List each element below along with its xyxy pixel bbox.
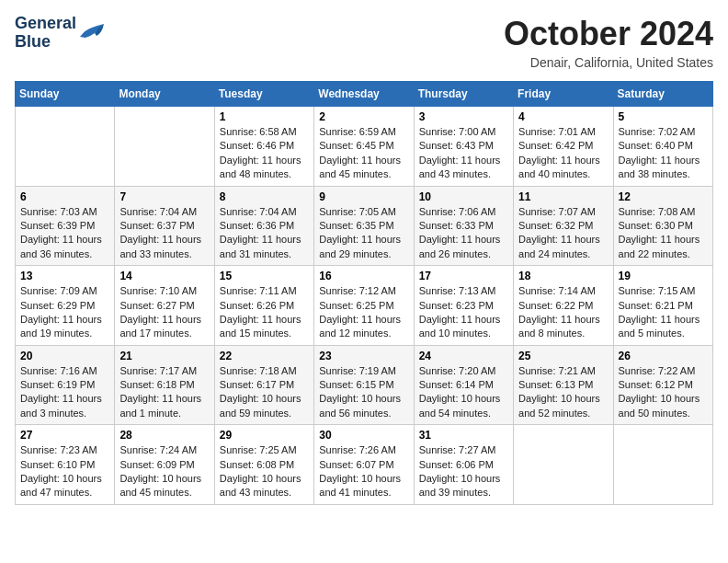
calendar-cell: 6Sunrise: 7:03 AMSunset: 6:39 PMDaylight…: [16, 186, 115, 266]
title-block: October 2024 Denair, California, United …: [504, 15, 713, 70]
day-number: 17: [419, 270, 508, 282]
calendar-cell: 18Sunrise: 7:14 AMSunset: 6:22 PMDayligh…: [514, 266, 613, 346]
month-title: October 2024: [504, 15, 713, 53]
day-info: Sunrise: 7:17 AMSunset: 6:18 PMDaylight:…: [119, 364, 209, 421]
calendar-cell: [613, 425, 712, 505]
day-info: Sunrise: 6:59 AMSunset: 6:45 PMDaylight:…: [319, 125, 408, 182]
day-number: 20: [20, 350, 109, 362]
calendar-cell: 23Sunrise: 7:19 AMSunset: 6:15 PMDayligh…: [314, 345, 414, 425]
day-info: Sunrise: 7:24 AMSunset: 6:09 PMDaylight:…: [119, 443, 209, 500]
calendar-cell: 22Sunrise: 7:18 AMSunset: 6:17 PMDayligh…: [214, 345, 313, 425]
day-number: 1: [220, 110, 309, 123]
calendar-cell: 31Sunrise: 7:27 AMSunset: 6:06 PMDayligh…: [414, 425, 513, 505]
calendar-cell: 1Sunrise: 6:58 AMSunset: 6:46 PMDaylight…: [214, 107, 313, 187]
calendar-week-row: 27Sunrise: 7:23 AMSunset: 6:10 PMDayligh…: [16, 425, 713, 505]
day-number: 8: [220, 190, 309, 203]
location: Denair, California, United States: [504, 55, 713, 70]
weekday-header-thursday: Thursday: [414, 82, 513, 107]
day-number: 5: [619, 110, 708, 123]
day-number: 10: [419, 190, 508, 203]
logo-text: GeneralBlue: [15, 15, 76, 52]
calendar-cell: 20Sunrise: 7:16 AMSunset: 6:19 PMDayligh…: [16, 345, 115, 425]
day-number: 24: [419, 350, 508, 362]
day-info: Sunrise: 7:14 AMSunset: 6:22 PMDaylight:…: [518, 284, 608, 341]
calendar-cell: 19Sunrise: 7:15 AMSunset: 6:21 PMDayligh…: [613, 266, 712, 346]
day-number: 21: [119, 350, 209, 362]
day-info: Sunrise: 7:18 AMSunset: 6:17 PMDaylight:…: [220, 364, 309, 421]
day-number: 6: [20, 190, 109, 203]
day-number: 25: [518, 350, 608, 362]
calendar-cell: 10Sunrise: 7:06 AMSunset: 6:33 PMDayligh…: [414, 186, 513, 266]
day-number: 3: [419, 110, 508, 123]
calendar-cell: 26Sunrise: 7:22 AMSunset: 6:12 PMDayligh…: [613, 345, 712, 425]
day-info: Sunrise: 7:22 AMSunset: 6:12 PMDaylight:…: [619, 364, 708, 421]
calendar-cell: 13Sunrise: 7:09 AMSunset: 6:29 PMDayligh…: [16, 266, 115, 346]
calendar-week-row: 1Sunrise: 6:58 AMSunset: 6:46 PMDaylight…: [16, 107, 713, 187]
day-number: 7: [119, 190, 209, 203]
weekday-header-sunday: Sunday: [16, 82, 115, 107]
weekday-header-friday: Friday: [514, 82, 613, 107]
calendar-cell: 9Sunrise: 7:05 AMSunset: 6:35 PMDaylight…: [314, 186, 414, 266]
day-number: 19: [619, 270, 708, 282]
day-number: 15: [220, 270, 309, 282]
day-info: Sunrise: 7:23 AMSunset: 6:10 PMDaylight:…: [20, 443, 109, 500]
calendar-cell: 17Sunrise: 7:13 AMSunset: 6:23 PMDayligh…: [414, 266, 513, 346]
day-number: 29: [220, 429, 309, 442]
calendar-cell: [514, 425, 613, 505]
day-number: 9: [319, 190, 408, 203]
day-info: Sunrise: 7:10 AMSunset: 6:27 PMDaylight:…: [119, 284, 209, 341]
calendar-week-row: 20Sunrise: 7:16 AMSunset: 6:19 PMDayligh…: [16, 345, 713, 425]
calendar-cell: [16, 107, 115, 187]
day-info: Sunrise: 7:07 AMSunset: 6:32 PMDaylight:…: [518, 205, 608, 262]
day-info: Sunrise: 7:08 AMSunset: 6:30 PMDaylight:…: [619, 205, 708, 262]
day-number: 27: [20, 429, 109, 442]
day-number: 31: [419, 429, 508, 442]
day-number: 30: [319, 429, 408, 442]
calendar-cell: 29Sunrise: 7:25 AMSunset: 6:08 PMDayligh…: [214, 425, 313, 505]
day-info: Sunrise: 7:12 AMSunset: 6:25 PMDaylight:…: [319, 284, 408, 341]
day-number: 12: [619, 190, 708, 203]
day-number: 22: [220, 350, 309, 362]
day-number: 11: [518, 190, 608, 203]
day-info: Sunrise: 7:09 AMSunset: 6:29 PMDaylight:…: [20, 284, 109, 341]
logo-bird-icon: [78, 20, 106, 42]
calendar-cell: 3Sunrise: 7:00 AMSunset: 6:43 PMDaylight…: [414, 107, 513, 187]
day-number: 18: [518, 270, 608, 282]
day-number: 23: [319, 350, 408, 362]
weekday-header-wednesday: Wednesday: [314, 82, 414, 107]
calendar-week-row: 13Sunrise: 7:09 AMSunset: 6:29 PMDayligh…: [16, 266, 713, 346]
day-number: 28: [119, 429, 209, 442]
calendar-cell: [115, 107, 214, 187]
weekday-header-monday: Monday: [115, 82, 214, 107]
day-info: Sunrise: 7:00 AMSunset: 6:43 PMDaylight:…: [419, 125, 508, 182]
calendar-week-row: 6Sunrise: 7:03 AMSunset: 6:39 PMDaylight…: [16, 186, 713, 266]
calendar-cell: 24Sunrise: 7:20 AMSunset: 6:14 PMDayligh…: [414, 345, 513, 425]
calendar-table: SundayMondayTuesdayWednesdayThursdayFrid…: [15, 81, 713, 505]
day-info: Sunrise: 7:25 AMSunset: 6:08 PMDaylight:…: [220, 443, 309, 500]
day-info: Sunrise: 6:58 AMSunset: 6:46 PMDaylight:…: [220, 125, 309, 182]
day-info: Sunrise: 7:04 AMSunset: 6:37 PMDaylight:…: [119, 205, 209, 262]
day-info: Sunrise: 7:04 AMSunset: 6:36 PMDaylight:…: [220, 205, 309, 262]
day-info: Sunrise: 7:06 AMSunset: 6:33 PMDaylight:…: [419, 205, 508, 262]
day-number: 2: [319, 110, 408, 123]
calendar-cell: 8Sunrise: 7:04 AMSunset: 6:36 PMDaylight…: [214, 186, 313, 266]
logo: GeneralBlue: [15, 15, 106, 52]
calendar-cell: 15Sunrise: 7:11 AMSunset: 6:26 PMDayligh…: [214, 266, 313, 346]
calendar-cell: 28Sunrise: 7:24 AMSunset: 6:09 PMDayligh…: [115, 425, 214, 505]
calendar-cell: 2Sunrise: 6:59 AMSunset: 6:45 PMDaylight…: [314, 107, 414, 187]
calendar-cell: 12Sunrise: 7:08 AMSunset: 6:30 PMDayligh…: [613, 186, 712, 266]
calendar-cell: 21Sunrise: 7:17 AMSunset: 6:18 PMDayligh…: [115, 345, 214, 425]
calendar-cell: 25Sunrise: 7:21 AMSunset: 6:13 PMDayligh…: [514, 345, 613, 425]
day-number: 16: [319, 270, 408, 282]
calendar-body: 1Sunrise: 6:58 AMSunset: 6:46 PMDaylight…: [16, 107, 713, 505]
day-number: 14: [119, 270, 209, 282]
day-info: Sunrise: 7:26 AMSunset: 6:07 PMDaylight:…: [319, 443, 408, 500]
day-info: Sunrise: 7:11 AMSunset: 6:26 PMDaylight:…: [220, 284, 309, 341]
day-info: Sunrise: 7:20 AMSunset: 6:14 PMDaylight:…: [419, 364, 508, 421]
day-info: Sunrise: 7:16 AMSunset: 6:19 PMDaylight:…: [20, 364, 109, 421]
calendar-cell: 5Sunrise: 7:02 AMSunset: 6:40 PMDaylight…: [613, 107, 712, 187]
day-info: Sunrise: 7:19 AMSunset: 6:15 PMDaylight:…: [319, 364, 408, 421]
calendar-cell: 16Sunrise: 7:12 AMSunset: 6:25 PMDayligh…: [314, 266, 414, 346]
calendar-cell: 7Sunrise: 7:04 AMSunset: 6:37 PMDaylight…: [115, 186, 214, 266]
day-number: 26: [619, 350, 708, 362]
